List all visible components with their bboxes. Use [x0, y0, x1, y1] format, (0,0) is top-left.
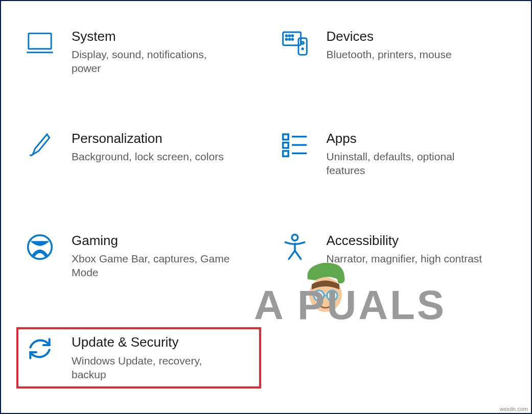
tile-text: Devices Bluetooth, printers, mouse: [327, 28, 452, 61]
accessibility-icon: [279, 232, 311, 264]
devices-icon: [279, 28, 311, 60]
tile-personalization[interactable]: Personalization Background, lock screen,…: [16, 124, 261, 185]
tile-text: Personalization Background, lock screen,…: [72, 130, 224, 163]
system-icon: [24, 28, 56, 60]
tile-desc: Windows Update, recovery, backup: [72, 354, 230, 382]
svg-point-4: [289, 35, 290, 37]
tile-desc: Uninstall, defaults, optional features: [327, 150, 485, 178]
update-security-icon: [24, 333, 56, 366]
svg-point-5: [291, 35, 293, 37]
tile-title: Gaming: [72, 233, 230, 249]
svg-rect-9: [298, 38, 307, 55]
tile-desc: Background, lock screen, colors: [72, 150, 224, 163]
svg-rect-12: [283, 134, 288, 140]
tile-system[interactable]: System Display, sound, notifications, po…: [16, 21, 261, 83]
tile-text: Apps Uninstall, defaults, optional featu…: [327, 130, 485, 178]
gaming-icon: [24, 232, 56, 264]
svg-point-3: [286, 35, 287, 37]
svg-rect-0: [29, 33, 51, 48]
tile-desc: Display, sound, notifications, power: [72, 47, 230, 76]
tile-accessibility[interactable]: Accessibility Narrator, magnifier, high …: [271, 226, 516, 287]
tile-title: System: [72, 29, 230, 44]
svg-point-7: [289, 39, 290, 40]
tile-devices[interactable]: Devices Bluetooth, printers, mouse: [271, 21, 516, 83]
settings-grid: System Display, sound, notifications, po…: [1, 1, 531, 404]
tile-gaming[interactable]: Gaming Xbox Game Bar, captures, Game Mod…: [16, 226, 261, 287]
tile-desc: Xbox Game Bar, captures, Game Mode: [72, 252, 230, 280]
tile-update-security[interactable]: Update & Security Windows Update, recove…: [16, 327, 261, 388]
tile-desc: Bluetooth, printers, mouse: [327, 47, 452, 61]
attribution-text: wsxdn.com: [500, 406, 528, 412]
svg-rect-16: [283, 151, 288, 156]
svg-point-6: [286, 39, 287, 40]
tile-text: System Display, sound, notifications, po…: [72, 28, 230, 76]
personalization-icon: [24, 130, 56, 162]
svg-point-19: [292, 234, 298, 240]
tile-text: Accessibility Narrator, magnifier, high …: [327, 232, 482, 265]
tile-apps[interactable]: Apps Uninstall, defaults, optional featu…: [271, 124, 516, 185]
tile-title: Devices: [327, 29, 452, 44]
svg-point-10: [301, 42, 304, 44]
svg-rect-14: [283, 142, 288, 148]
svg-point-11: [302, 48, 303, 50]
tile-title: Personalization: [72, 131, 224, 147]
tile-desc: Narrator, magnifier, high contrast: [327, 252, 482, 265]
tile-title: Update & Security: [72, 334, 230, 350]
apps-icon: [279, 130, 311, 162]
tile-text: Update & Security Windows Update, recove…: [72, 333, 230, 381]
tile-title: Apps: [327, 131, 485, 147]
tile-title: Accessibility: [327, 233, 482, 249]
svg-point-18: [28, 235, 52, 259]
tile-text: Gaming Xbox Game Bar, captures, Game Mod…: [72, 232, 230, 280]
svg-point-8: [291, 39, 293, 40]
